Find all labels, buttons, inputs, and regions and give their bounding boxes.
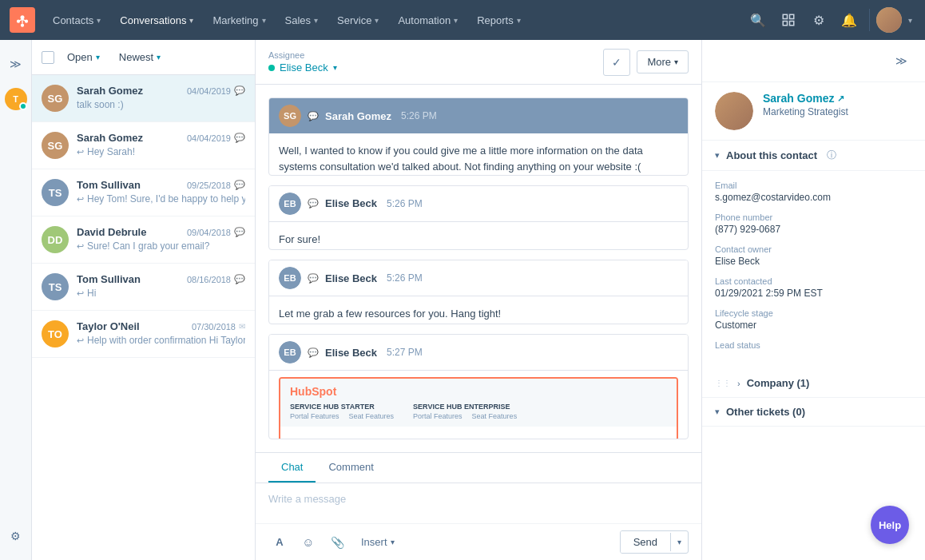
reply-icon: ↩ — [77, 241, 84, 252]
list-item[interactable]: SG Sarah Gomez 04/04/2019 💬 talk soon :) — [32, 75, 255, 122]
compose-area: Write a message A ☺ 📎 Insert ▾ Send ▾ — [256, 483, 701, 560]
emoji-button[interactable]: ☺ — [297, 531, 320, 554]
about-section-chevron-icon: ▾ — [715, 150, 720, 161]
lifecycle-field-label: Lifecycle stage — [715, 308, 912, 318]
company-section-chevron-icon: › — [737, 379, 740, 388]
message-sender-name: Elise Beck — [325, 197, 377, 209]
compose-tabs: Chat Comment — [256, 452, 701, 483]
chat-bubble-icon: 💬 — [234, 227, 245, 237]
avatar: SG — [42, 85, 69, 112]
open-filter-button[interactable]: Open ▾ — [61, 48, 106, 66]
company-section-header[interactable]: ⋮⋮ › Company (1) — [702, 369, 925, 398]
settings-button[interactable]: ⚙ — [805, 6, 832, 34]
tab-chat[interactable]: Chat — [268, 453, 316, 483]
compose-input[interactable]: Write a message — [256, 483, 701, 523]
conv-item-name: Taylor O'Neil — [77, 320, 140, 332]
owner-field-value: Elise Beck — [715, 256, 912, 267]
list-item[interactable]: TS Tom Sullivan 09/25/2018 💬 ↩ Hey Tom! … — [32, 169, 255, 216]
message-sender-name: Elise Beck — [325, 347, 377, 359]
more-button[interactable]: More ▾ — [637, 50, 689, 73]
lead-status-field-row: Lead status — [715, 340, 912, 350]
insert-button[interactable]: Insert ▾ — [355, 533, 401, 551]
email-field-row: Email s.gomez@costarvideo.com — [715, 181, 912, 203]
message-sender-name: Sarah Gomez — [325, 110, 391, 122]
reply-icon: ↩ — [77, 194, 84, 205]
conv-item-content: Sarah Gomez 04/04/2019 💬 talk soon :) — [77, 85, 245, 110]
user-menu-chevron[interactable]: ▾ — [905, 13, 915, 28]
message-bubble: EB 💬 Elise Beck 5:26 PM For sure! — [268, 185, 689, 250]
assignee-label: Assignee — [268, 50, 594, 60]
resolve-button[interactable]: ✓ — [603, 49, 630, 76]
chat-main: Assignee Elise Beck ▾ ✓ More ▾ — [256, 40, 701, 560]
help-button[interactable]: Help — [871, 506, 909, 544]
send-dropdown-button[interactable]: ▾ — [670, 533, 688, 551]
tickets-section-header[interactable]: ▾ Other tickets (0) — [702, 398, 925, 427]
conversation-list-header: Open ▾ Newest ▾ — [32, 40, 255, 75]
contact-name[interactable]: Sarah Gomez ↗ — [763, 92, 848, 105]
chat-actions: ✓ More ▾ — [603, 49, 689, 76]
send-button[interactable]: Send — [621, 531, 670, 553]
owner-field-row: Contact owner Elise Beck — [715, 244, 912, 267]
assignee-section: Assignee Elise Beck ▾ — [268, 50, 594, 73]
conv-item-preview: talk soon :) — [77, 99, 245, 110]
notifications-button[interactable]: 🔔 — [836, 6, 863, 34]
sidebar-settings-button[interactable]: ⚙ — [5, 525, 27, 547]
tab-comment[interactable]: Comment — [316, 453, 386, 483]
hubspot-card-logo-area: HubSpot SERVICE HUB STARTER Portal Featu… — [280, 379, 677, 427]
message-bubble: EB 💬 Elise Beck 5:26 PM Let me grab a fe… — [268, 260, 689, 324]
expand-panel-button[interactable]: ≫ — [890, 50, 912, 72]
reply-icon: ↩ — [77, 147, 84, 157]
select-all-checkbox[interactable] — [42, 51, 54, 64]
avatar: SG — [42, 132, 69, 159]
nav-contacts[interactable]: Contacts ▾ — [45, 10, 109, 31]
top-navigation: Contacts ▾ Conversations ▾ Marketing ▾ S… — [0, 0, 925, 40]
message-bubble: SG 💬 Sarah Gomez 5:26 PM Well, I wanted … — [268, 97, 689, 176]
search-button[interactable]: 🔍 — [744, 6, 772, 34]
owner-field-label: Contact owner — [715, 244, 912, 254]
svg-rect-7 — [783, 14, 787, 18]
about-info-icon: ⓘ — [827, 149, 836, 162]
conv-item-name: David Debrule — [77, 226, 146, 238]
nav-conversations[interactable]: Conversations ▾ — [112, 10, 201, 31]
conv-item-date: 09/25/2018 — [187, 181, 231, 190]
lifecycle-field-row: Lifecycle stage Customer — [715, 308, 912, 331]
list-item[interactable]: TS Tom Sullivan 08/16/2018 💬 ↩ Hi — [32, 264, 255, 311]
message-time: 5:27 PM — [387, 347, 423, 358]
marketplace-button[interactable] — [775, 6, 802, 34]
newest-filter-button[interactable]: Newest ▾ — [113, 48, 167, 66]
lead-status-field-label: Lead status — [715, 340, 912, 350]
message-sender-avatar: EB — [279, 341, 301, 363]
collapse-sidebar-button[interactable]: ≫ — [5, 53, 27, 75]
conv-item-content: Tom Sullivan 09/25/2018 💬 ↩ Hey Tom! Sur… — [77, 179, 245, 205]
conv-item-content: Taylor O'Neil 07/30/2018 ✉ ↩ Help with o… — [77, 320, 245, 346]
assignee-online-dot — [268, 65, 275, 71]
last-contacted-field-row: Last contacted 01/29/2021 2:59 PM EST — [715, 276, 912, 299]
conv-item-date: 04/04/2019 — [187, 86, 231, 96]
lifecycle-field-value: Customer — [715, 320, 912, 331]
assignee-name-button[interactable]: Elise Beck ▾ — [268, 62, 594, 73]
bold-text-button[interactable]: A — [268, 531, 291, 554]
message-body: Well, I wanted to know if you could give… — [269, 133, 688, 176]
about-section-title: About this contact — [726, 149, 817, 161]
service-chevron-icon: ▾ — [375, 16, 379, 25]
email-field-value: s.gomez@costarvideo.com — [715, 192, 912, 203]
hubspot-logo[interactable] — [10, 7, 35, 33]
nav-sales[interactable]: Sales ▾ — [277, 10, 327, 31]
user-avatar[interactable] — [876, 7, 902, 33]
nav-automation[interactable]: Automation ▾ — [390, 10, 466, 31]
about-section-header[interactable]: ▾ About this contact ⓘ — [702, 141, 925, 171]
nav-service[interactable]: Service ▾ — [329, 10, 387, 31]
attach-button[interactable]: 📎 — [326, 531, 348, 554]
list-item[interactable]: TO Taylor O'Neil 07/30/2018 ✉ ↩ Help wit… — [32, 311, 255, 358]
avatar: TO — [42, 320, 69, 348]
nav-marketing[interactable]: Marketing ▾ — [204, 10, 273, 31]
message-sender-name: Elise Beck — [325, 272, 377, 284]
message-time: 5:26 PM — [387, 198, 423, 209]
contact-avatar-image — [715, 92, 753, 130]
open-filter-chevron-icon: ▾ — [96, 53, 100, 62]
conv-item-name: Tom Sullivan — [77, 273, 141, 285]
list-item[interactable]: SG Sarah Gomez 04/04/2019 💬 ↩ Hey Sarah! — [32, 122, 255, 169]
list-item[interactable]: DD David Debrule 09/04/2018 💬 ↩ Sure! Ca… — [32, 216, 255, 264]
contact-avatar — [715, 92, 753, 130]
nav-reports[interactable]: Reports ▾ — [469, 10, 529, 31]
